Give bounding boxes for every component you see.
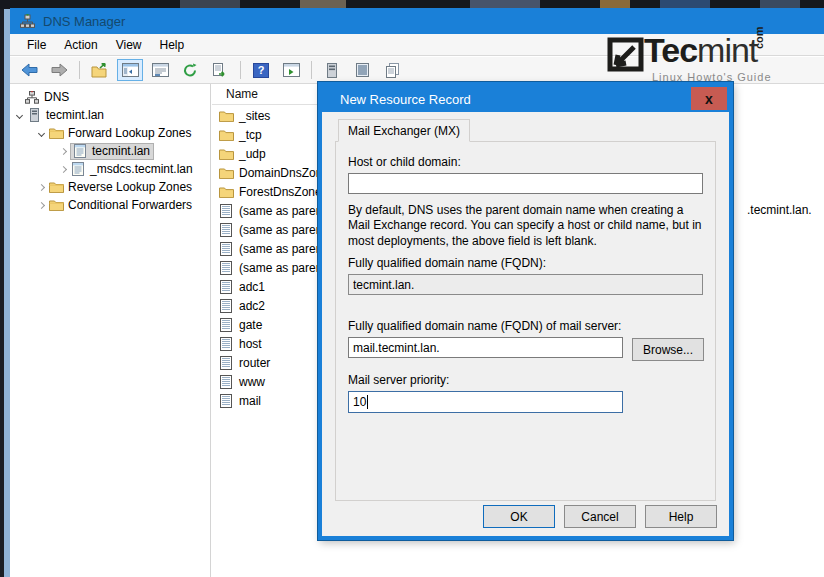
server-icon[interactable] <box>319 59 345 81</box>
back-icon[interactable] <box>16 59 42 81</box>
screen: DNS Manager File Action View Help <box>0 0 824 577</box>
toolbar-separator <box>240 61 241 79</box>
address-list-icon[interactable] <box>349 59 375 81</box>
tree-item-label: Reverse Lookup Zones <box>68 180 192 194</box>
chevron-right-icon[interactable] <box>34 203 48 208</box>
open-folder-icon[interactable] <box>87 59 113 81</box>
dialog-title: New Resource Record <box>340 92 471 107</box>
partial-record-data-text: .tecmint.lan. <box>747 203 812 217</box>
folder-icon <box>48 199 64 211</box>
dns-root-icon <box>24 91 40 104</box>
folder-icon <box>218 110 234 122</box>
dialog-body: Mail Exchanger (MX) Host or child domain… <box>322 112 729 536</box>
tree-item-label: Forward Lookup Zones <box>68 126 191 140</box>
fqdn-readonly-field <box>348 274 703 295</box>
tecmint-logo-tld: com <box>753 19 765 49</box>
tree-item-label: _msdcs.tecmint.lan <box>90 162 193 176</box>
tree-item-server[interactable]: tecmint.lan <box>10 106 210 124</box>
tree-item-label: DNS <box>44 90 69 104</box>
copy-icon[interactable] <box>379 59 405 81</box>
window-title: DNS Manager <box>43 14 125 29</box>
tree-item-dns-root[interactable]: DNS <box>10 88 210 106</box>
tree-item-label: tecmint.lan <box>46 108 104 122</box>
new-window-icon[interactable] <box>278 59 304 81</box>
record-icon <box>218 318 234 332</box>
record-icon <box>218 242 234 256</box>
record-icon <box>218 261 234 275</box>
folder-icon <box>218 186 234 198</box>
record-icon <box>218 375 234 389</box>
tree-item-conditional-forwarders[interactable]: Conditional Forwarders <box>10 196 210 214</box>
chevron-down-icon[interactable] <box>34 131 48 136</box>
help-button[interactable]: Help <box>645 505 717 528</box>
mail-server-fqdn-label: Fully qualified domain name (FQDN) of ma… <box>348 319 703 333</box>
host-domain-input[interactable] <box>348 173 703 194</box>
menu-view[interactable]: View <box>107 35 151 55</box>
tree-item-label: tecmint.lan <box>92 144 150 158</box>
record-icon <box>218 394 234 408</box>
zone-icon <box>70 162 86 176</box>
server-icon <box>26 108 42 122</box>
tree-item-label: Conditional Forwarders <box>68 198 192 212</box>
menu-help[interactable]: Help <box>151 35 194 55</box>
menu-file[interactable]: File <box>18 35 55 55</box>
refresh-icon[interactable] <box>177 59 203 81</box>
mail-server-fqdn-input[interactable] <box>348 337 623 358</box>
mx-description-text: By default, DNS uses the parent domain n… <box>348 203 704 249</box>
fqdn-label: Fully qualified domain name (FQDN): <box>348 256 703 270</box>
properties-icon[interactable] <box>147 59 173 81</box>
record-icon <box>218 280 234 294</box>
record-icon <box>218 204 234 218</box>
tecmint-logo-text: Tecmint <box>644 33 757 67</box>
ok-button[interactable]: OK <box>483 505 555 528</box>
chevron-right-icon[interactable] <box>56 149 70 154</box>
folder-icon <box>218 129 234 141</box>
tree-item-zone-msdcs[interactable]: _msdcs.tecmint.lan <box>10 160 210 178</box>
dialog-button-row: OK Cancel Help <box>322 505 717 528</box>
forward-icon[interactable] <box>46 59 72 81</box>
dialog-titlebar: New Resource Record x <box>322 86 729 112</box>
folder-icon <box>218 167 234 179</box>
export-list-icon[interactable] <box>207 59 233 81</box>
toolbar-separator <box>79 61 80 79</box>
zone-icon <box>72 144 88 158</box>
record-icon <box>218 223 234 237</box>
tecmint-logo: Tecmint com Linux Howto's Guide <box>606 33 816 83</box>
host-domain-label: Host or child domain: <box>348 155 703 169</box>
folder-icon <box>48 181 64 193</box>
selected-tree-item[interactable]: tecmint.lan <box>70 143 154 160</box>
chevron-down-icon[interactable] <box>12 113 26 118</box>
record-icon <box>218 356 234 370</box>
console-tree-icon[interactable] <box>117 59 143 81</box>
new-resource-record-dialog: New Resource Record x Mail Exchanger (MX… <box>318 82 733 540</box>
record-icon <box>218 337 234 351</box>
desktop-left-edge <box>0 0 10 577</box>
tree-item-reverse-lookup-zones[interactable]: Reverse Lookup Zones <box>10 178 210 196</box>
mx-tab-panel: Host or child domain: By default, DNS us… <box>335 141 716 501</box>
chevron-right-icon[interactable] <box>34 185 48 190</box>
cancel-button[interactable]: Cancel <box>564 505 636 528</box>
close-icon[interactable]: x <box>691 87 727 110</box>
mail-priority-input[interactable]: 10 <box>348 391 623 413</box>
record-icon <box>218 299 234 313</box>
dns-manager-app-icon <box>20 14 35 28</box>
console-tree-panel: DNS tecmint.lan Forward Lookup <box>10 84 211 577</box>
mail-priority-label: Mail server priority: <box>348 373 703 387</box>
browse-button[interactable]: Browse... <box>632 338 704 361</box>
tree-item-zone-tecmint[interactable]: tecmint.lan <box>10 142 210 160</box>
toolbar-separator <box>311 61 312 79</box>
folder-icon <box>48 127 64 139</box>
tab-mail-exchanger[interactable]: Mail Exchanger (MX) <box>338 119 470 142</box>
menu-action[interactable]: Action <box>55 35 106 55</box>
tecmint-logo-icon <box>606 37 644 73</box>
tree-item-forward-lookup-zones[interactable]: Forward Lookup Zones <box>10 124 210 142</box>
chevron-right-icon[interactable] <box>56 167 70 172</box>
help-icon[interactable]: ? <box>248 59 274 81</box>
folder-icon <box>218 148 234 160</box>
text-caret <box>367 395 368 409</box>
